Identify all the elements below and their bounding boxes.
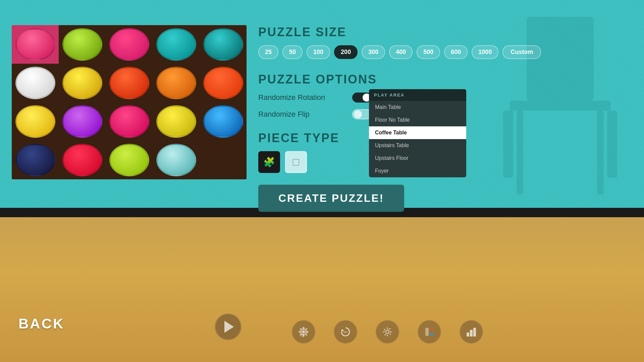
svg-rect-22 [467,333,469,337]
svg-rect-19 [425,328,429,336]
play-button[interactable] [215,313,241,340]
play-area-item-foyer[interactable]: Foyer [369,165,466,177]
play-triangle-icon [224,321,234,333]
size-btn-1000[interactable]: 1000 [472,45,498,59]
svg-point-13 [304,327,308,331]
piece-btn-puzzle[interactable]: 🧩 [258,151,280,173]
back-button[interactable]: BACK [18,316,64,332]
stats-icon-btn[interactable] [460,320,483,344]
rotate-90-icon-btn[interactable]: 90° [334,320,357,344]
svg-point-12 [304,332,308,336]
palette-icon-btn[interactable] [418,320,441,344]
bar-chart-icon [465,326,477,338]
size-btn-200[interactable]: 200 [334,45,358,59]
randomize-rotation-label: Randomize Rotation [258,93,352,102]
size-btn-600[interactable]: 600 [444,45,468,59]
randomize-flip-label: Randomize Flip [258,110,352,119]
svg-point-6 [302,330,305,333]
rotate-icon: 90° [339,326,352,338]
palette-icon [423,326,435,338]
bottom-toolbar: TT 90° [292,320,483,344]
puzzle-piece-icon: 🧩 [263,157,275,168]
size-btn-500[interactable]: 500 [417,45,440,59]
puzzle-options-section: PUZZLE OPTIONS Randomize Rotation PLAY A… [258,72,627,119]
size-btn-400[interactable]: 400 [389,45,413,59]
play-area-header: PLAY AREA [369,89,466,101]
right-panel: PUZZLE SIZE 25 50 100 200 300 400 500 60… [258,25,627,212]
svg-text:TT: TT [300,334,304,338]
size-btn-25[interactable]: 25 [258,45,278,59]
flower-rotate-icon-btn[interactable]: TT [292,320,315,344]
svg-rect-24 [473,328,476,337]
play-area-item-upstairs-floor[interactable]: Upstairs Floor [369,152,466,165]
puzzle-size-section: PUZZLE SIZE 25 50 100 200 300 400 500 60… [258,25,627,59]
flower-icon: TT [298,326,310,338]
svg-point-10 [305,331,309,333]
play-area-item-upstairs-table[interactable]: Upstairs Table [369,139,466,152]
svg-rect-23 [470,330,473,337]
puzzle-preview-image [12,25,247,179]
size-btn-100[interactable]: 100 [307,45,330,59]
svg-text:90°: 90° [343,330,348,334]
svg-point-9 [299,331,302,333]
gear-icon [381,326,393,338]
size-btn-custom[interactable]: Custom [502,45,541,59]
svg-point-11 [299,327,303,331]
play-area-item-floor-no-table[interactable]: Floor No Table [369,114,466,126]
play-area-item-coffee-table[interactable]: Coffee Table [369,126,466,139]
puzzle-size-title: PUZZLE SIZE [258,25,627,39]
svg-rect-20 [430,328,433,331]
size-btn-50[interactable]: 50 [282,45,303,59]
size-btn-300[interactable]: 300 [362,45,385,59]
play-area-item-main-table[interactable]: Main Table [369,101,466,114]
svg-point-7 [303,327,305,330]
size-button-group: 25 50 100 200 300 400 500 600 1000 Custo… [258,45,627,59]
puzzle-options-title: PUZZLE OPTIONS [258,72,627,86]
play-area-dropdown: PLAY AREA Main Table Floor No Table Coff… [369,89,466,177]
toggle-knob-flip [354,110,362,118]
settings-icon-btn[interactable] [376,320,399,344]
piece-btn-square[interactable]: □ [285,151,307,173]
svg-rect-21 [430,333,433,336]
svg-point-18 [386,330,389,334]
randomize-rotation-row: Randomize Rotation PLAY AREA Main Table … [258,93,627,103]
create-puzzle-button[interactable]: CREATE PUZZLE! [258,185,404,212]
square-piece-icon: □ [293,156,299,168]
